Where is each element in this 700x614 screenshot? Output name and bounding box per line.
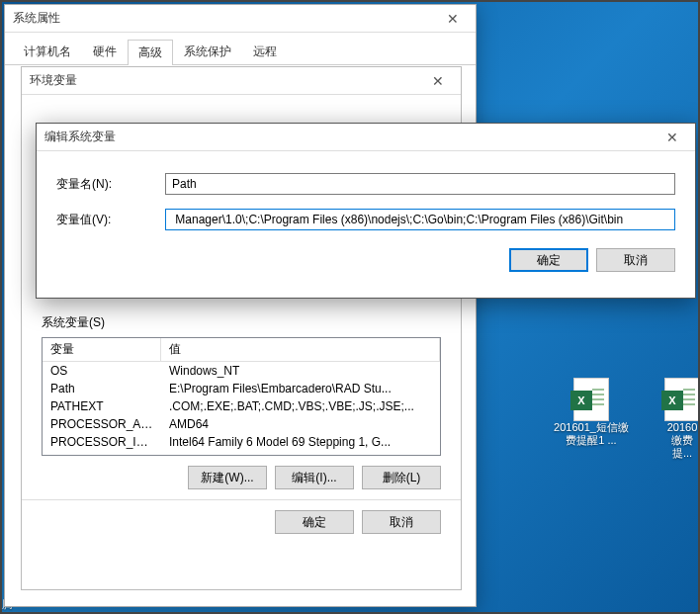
editdlg-title: 编辑系统变量 <box>44 129 116 145</box>
tab-computer-name[interactable]: 计算机名 <box>13 39 82 64</box>
cancel-button[interactable]: 取消 <box>362 510 441 534</box>
delete-button[interactable]: 删除(L) <box>362 466 441 489</box>
desktop-icon-label: 201601_短信缴费提醒1 ... <box>552 421 631 447</box>
tab-hardware[interactable]: 硬件 <box>82 39 128 64</box>
var-name-input[interactable] <box>165 173 675 195</box>
close-icon[interactable]: ✕ <box>423 73 453 89</box>
list-row[interactable]: OSWindows_NT <box>43 362 440 380</box>
list-row[interactable]: PATHEXT.COM;.EXE;.BAT;.CMD;.VBS;.VBE;.JS… <box>43 397 440 415</box>
list-row[interactable]: PROCESSOR_AR...AMD64 <box>43 415 440 433</box>
envdlg-titlebar: 环境变量 ✕ <box>22 67 461 95</box>
sysvars-buttons: 新建(W)... 编辑(I)... 删除(L) <box>42 466 441 489</box>
close-icon[interactable]: ✕ <box>657 130 687 145</box>
col-value[interactable]: 值 <box>161 338 440 361</box>
desktop-icon-excel-2[interactable]: X 20160 缴费提... <box>662 378 700 460</box>
var-value-label: 变量值(V): <box>56 212 165 228</box>
edit-button[interactable]: 编辑(I)... <box>275 466 354 489</box>
var-value-input[interactable] <box>165 209 675 230</box>
tab-system-protection[interactable]: 系统保护 <box>173 39 242 64</box>
cancel-button[interactable]: 取消 <box>596 248 675 272</box>
tab-remote[interactable]: 远程 <box>242 39 288 64</box>
system-vars-label: 系统变量(S) <box>42 314 461 331</box>
list-row[interactable]: PathE:\Program Files\Embarcadero\RAD Stu… <box>43 380 440 397</box>
list-header: 变量 值 <box>43 338 440 362</box>
system-properties-window: 系统属性 ✕ 计算机名 硬件 高级 系统保护 远程 环境变量 ✕ 系统变量(S)… <box>4 4 477 607</box>
sysprops-title: 系统属性 <box>13 10 60 27</box>
close-icon[interactable]: ✕ <box>438 11 468 27</box>
desktop-icon-label: 20160 缴费提... <box>662 421 700 460</box>
edit-system-variable-dialog: 编辑系统变量 ✕ 变量名(N): 变量值(V): 确定 取消 <box>36 123 696 299</box>
ok-button[interactable]: 确定 <box>275 510 354 534</box>
envdlg-buttons: 确定 取消 <box>42 510 441 534</box>
list-row[interactable]: PROCESSOR_IDE...Intel64 Family 6 Model 6… <box>43 433 440 451</box>
col-name[interactable]: 变量 <box>43 338 161 361</box>
system-vars-list[interactable]: 变量 值 OSWindows_NT PathE:\Program Files\E… <box>42 337 441 456</box>
new-button[interactable]: 新建(W)... <box>188 466 267 489</box>
envdlg-title: 环境变量 <box>30 72 77 89</box>
var-name-label: 变量名(N): <box>56 176 165 193</box>
editdlg-titlebar: 编辑系统变量 ✕ <box>37 124 695 151</box>
excel-icon: X <box>573 378 609 421</box>
excel-icon: X <box>664 378 700 421</box>
ok-button[interactable]: 确定 <box>509 248 588 272</box>
sysprops-tabs: 计算机名 硬件 高级 系统保护 远程 <box>5 33 476 65</box>
tab-advanced[interactable]: 高级 <box>128 40 173 65</box>
desktop-icon-excel-1[interactable]: X 201601_短信缴费提醒1 ... <box>552 378 631 447</box>
sysprops-titlebar: 系统属性 ✕ <box>5 5 476 33</box>
